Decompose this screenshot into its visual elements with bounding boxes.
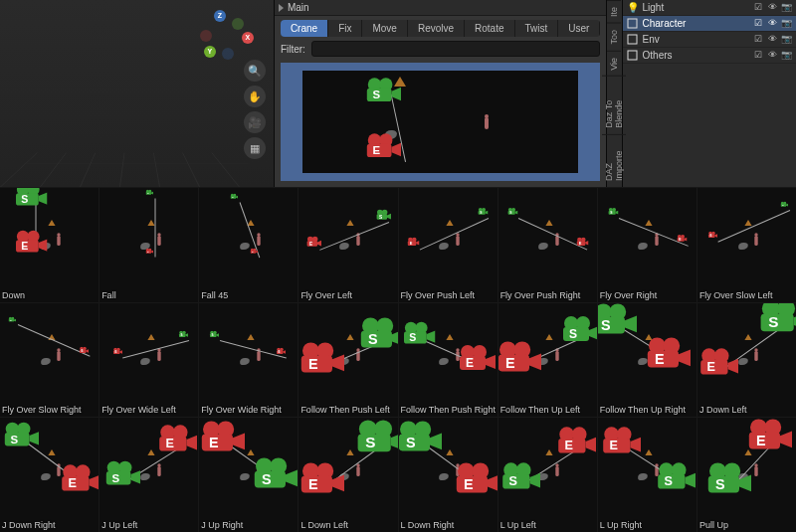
preset-label: Fly Over Push Right — [500, 290, 581, 300]
tab-twist[interactable]: Twist — [515, 20, 559, 37]
toggle-select-icon[interactable]: ☑ — [752, 2, 764, 14]
view-tool-perspective[interactable]: ▦ — [244, 137, 266, 159]
camera-start-icon: S — [654, 460, 696, 492]
preset-thumb[interactable]: SEFollow Then Up Left — [498, 303, 597, 418]
camera-end-icon: E — [298, 341, 344, 378]
collection-icon — [627, 34, 639, 46]
axis-y[interactable]: Y — [204, 46, 216, 58]
toggle-render-icon[interactable]: 📷 — [780, 18, 792, 30]
camera-start-icon: S — [352, 419, 397, 457]
preset-thumb[interactable]: SEPull Up — [697, 418, 796, 532]
toggle-visible-icon[interactable]: 👁 — [766, 2, 778, 14]
target-cone-icon — [446, 220, 453, 226]
axis-y-neg[interactable] — [232, 18, 244, 30]
target-cone-icon — [147, 334, 154, 340]
view-tool-camera[interactable]: 🎥 — [244, 111, 266, 133]
preset-thumb[interactable]: SEJ Up Left — [100, 418, 198, 532]
preset-thumbnail-grid: SEDownSEFallSEFall 45SEFly Over LeftSEFl… — [0, 187, 796, 532]
preset-thumb[interactable]: SEFly Over Wide Left — [100, 303, 198, 418]
camera-end-icon: E — [79, 345, 89, 356]
outliner-row-env[interactable]: Env☑👁📷 — [623, 32, 796, 48]
preset-thumb[interactable]: SEFall — [100, 188, 198, 302]
axis-x[interactable]: X — [242, 32, 254, 44]
preset-thumb[interactable]: SEFollow Then Up Right — [598, 303, 696, 418]
svg-text:E: E — [609, 439, 617, 452]
preset-thumb[interactable]: SEFall 45 — [199, 188, 298, 302]
outliner-row-character[interactable]: Character☑👁📷 — [623, 16, 796, 32]
outliner-toggles: ☑👁📷 — [752, 34, 792, 46]
preset-thumb[interactable]: SEL Down Right — [399, 418, 498, 532]
vtab-3[interactable]: Daz To Blende — [602, 76, 626, 134]
viewport-3d[interactable]: Z X Y 🔍✋🎥▦ — [0, 0, 275, 187]
target-cone-icon — [147, 449, 154, 455]
tab-user[interactable]: User — [558, 20, 600, 37]
preset-thumb[interactable]: SEL Up Right — [598, 418, 696, 532]
vtab-2[interactable]: Vie — [607, 51, 621, 77]
svg-text:S: S — [601, 317, 611, 333]
rock-prop — [240, 358, 250, 365]
preset-thumb[interactable]: SEFly Over Push Left — [399, 188, 498, 302]
preset-thumb[interactable]: SEFollow Then Push Right — [399, 303, 498, 418]
preset-thumb[interactable]: SEL Up Left — [498, 418, 597, 532]
camera-start-icon: S — [703, 461, 751, 498]
target-cone-icon — [446, 334, 453, 340]
filter-input[interactable] — [311, 41, 601, 57]
axis-gizmo[interactable]: Z X Y — [204, 10, 254, 60]
preset-thumb[interactable]: SEFly Over Slow Right — [0, 303, 99, 418]
preset-thumb[interactable]: SEFly Over Slow Left — [697, 188, 796, 302]
toggle-render-icon[interactable]: 📷 — [780, 50, 792, 62]
rock-prop — [41, 358, 51, 365]
preset-thumb[interactable]: SEFly Over Push Right — [498, 188, 597, 302]
preset-thumb[interactable]: SEFly Over Right — [598, 188, 696, 302]
toggle-visible-icon[interactable]: 👁 — [766, 18, 778, 30]
camera-start-icon: S — [598, 303, 637, 339]
preset-thumb[interactable]: SEFollow Then Push Left — [298, 303, 397, 418]
axis-z[interactable]: Z — [214, 10, 226, 22]
preset-label: L Up Right — [600, 520, 642, 530]
tab-fix[interactable]: Fix — [328, 20, 362, 37]
tab-revolve[interactable]: Revolve — [408, 20, 465, 37]
toggle-render-icon[interactable]: 📷 — [780, 2, 792, 14]
camera-end-icon: E — [575, 238, 588, 249]
view-tool-pan[interactable]: ✋ — [244, 86, 266, 107]
rock-prop — [439, 358, 449, 365]
preset-thumb[interactable]: SEJ Down Right — [0, 418, 99, 532]
tab-rotate[interactable]: Rotate — [465, 20, 514, 37]
outliner-row-others[interactable]: Others☑👁📷 — [623, 48, 796, 64]
camera-start-icon: S — [250, 456, 298, 493]
svg-text:E: E — [410, 241, 413, 246]
toggle-select-icon[interactable]: ☑ — [752, 18, 764, 30]
target-cone-icon — [646, 220, 653, 226]
tab-move[interactable]: Move — [362, 20, 407, 37]
preset-thumb[interactable]: SEDown — [0, 188, 99, 302]
preset-label: Fly Over Wide Left — [101, 405, 176, 415]
panel-header[interactable]: Main — [275, 0, 607, 16]
motion-path — [154, 198, 155, 257]
toggle-render-icon[interactable]: 📷 — [780, 34, 792, 46]
disclose-icon[interactable] — [279, 4, 284, 12]
camera-end-icon: E — [407, 238, 420, 249]
axis-x-neg[interactable] — [200, 30, 212, 42]
toggle-visible-icon[interactable]: 👁 — [766, 50, 778, 62]
vtab-1[interactable]: Too — [607, 23, 621, 51]
axis-z-neg[interactable] — [222, 48, 234, 60]
preset-thumb[interactable]: SEFly Over Wide Right — [199, 303, 298, 418]
preset-label: Follow Then Up Left — [500, 405, 580, 415]
preset-thumb[interactable]: SEJ Down Left — [697, 303, 796, 418]
svg-text:E: E — [505, 355, 515, 371]
vtab-4[interactable]: DAZ Importe — [602, 134, 626, 187]
preset-label: Fly Over Right — [600, 290, 658, 300]
svg-text:E: E — [756, 432, 766, 447]
camera-start-icon: S — [1, 421, 39, 449]
preset-thumb[interactable]: SEL Down Left — [298, 418, 397, 532]
tab-crane[interactable]: Crane — [281, 20, 328, 37]
outliner-row-light[interactable]: 💡Light☑👁📷 — [623, 0, 796, 16]
toggle-visible-icon[interactable]: 👁 — [766, 34, 778, 46]
vtab-0[interactable]: Ite — [607, 0, 621, 23]
preset-thumb[interactable]: SEJ Up Right — [199, 418, 298, 532]
svg-text:E: E — [21, 240, 28, 252]
preset-thumb[interactable]: SEFly Over Left — [298, 188, 397, 302]
view-tool-zoom[interactable]: 🔍 — [244, 60, 266, 82]
toggle-select-icon[interactable]: ☑ — [752, 34, 764, 46]
toggle-select-icon[interactable]: ☑ — [752, 50, 764, 62]
